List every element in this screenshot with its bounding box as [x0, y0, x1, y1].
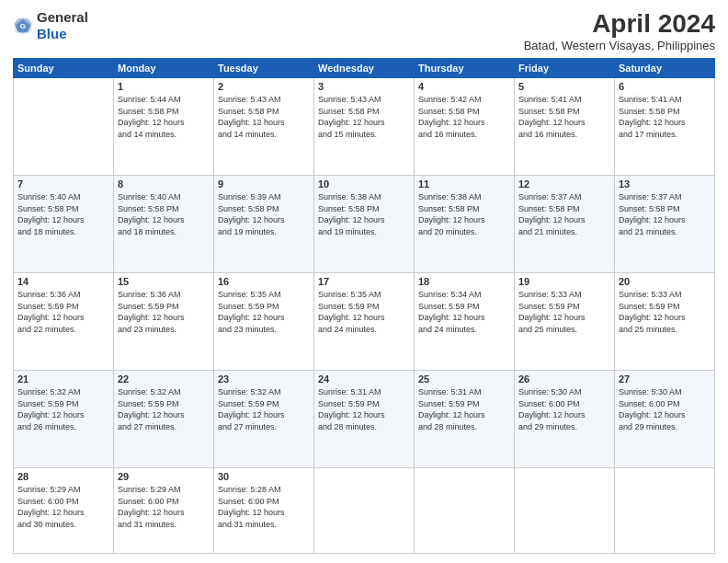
day-number: 19	[518, 276, 610, 287]
logo: G General Blue	[13, 9, 88, 42]
table-row: 8Sunrise: 5:40 AM Sunset: 5:58 PM Daylig…	[114, 175, 214, 272]
day-number: 3	[318, 81, 410, 92]
table-row: 16Sunrise: 5:35 AM Sunset: 5:59 PM Dayli…	[214, 272, 314, 370]
calendar-week-row: 1Sunrise: 5:44 AM Sunset: 5:58 PM Daylig…	[14, 78, 715, 176]
day-info: Sunrise: 5:41 AM Sunset: 5:58 PM Dayligh…	[518, 94, 610, 140]
day-number: 10	[318, 178, 410, 190]
col-tuesday: Tuesday	[214, 59, 314, 78]
day-number: 28	[17, 471, 109, 482]
day-info: Sunrise: 5:32 AM Sunset: 5:59 PM Dayligh…	[118, 386, 210, 432]
day-number: 25	[418, 373, 510, 385]
table-row: 5Sunrise: 5:41 AM Sunset: 5:58 PM Daylig…	[515, 78, 615, 176]
table-row: 20Sunrise: 5:33 AM Sunset: 5:59 PM Dayli…	[615, 272, 715, 370]
day-number: 2	[218, 81, 310, 92]
col-saturday: Saturday	[615, 59, 715, 78]
table-row: 9Sunrise: 5:39 AM Sunset: 5:58 PM Daylig…	[214, 175, 314, 272]
day-info: Sunrise: 5:31 AM Sunset: 5:59 PM Dayligh…	[318, 386, 410, 432]
day-number: 13	[619, 178, 711, 190]
day-number: 16	[218, 276, 310, 287]
day-info: Sunrise: 5:41 AM Sunset: 5:58 PM Dayligh…	[619, 94, 711, 140]
col-monday: Monday	[114, 59, 214, 78]
month-year: April 2024	[524, 9, 715, 39]
table-row: 15Sunrise: 5:36 AM Sunset: 5:59 PM Dayli…	[114, 272, 214, 370]
day-info: Sunrise: 5:33 AM Sunset: 5:59 PM Dayligh…	[518, 289, 610, 335]
calendar-week-row: 7Sunrise: 5:40 AM Sunset: 5:58 PM Daylig…	[14, 175, 715, 272]
day-number: 15	[118, 276, 210, 287]
logo-text: General Blue	[37, 9, 88, 42]
col-wednesday: Wednesday	[314, 59, 415, 78]
day-info: Sunrise: 5:33 AM Sunset: 5:59 PM Dayligh…	[619, 289, 711, 335]
calendar-week-row: 28Sunrise: 5:29 AM Sunset: 6:00 PM Dayli…	[14, 467, 715, 553]
table-row	[314, 467, 415, 553]
day-info: Sunrise: 5:40 AM Sunset: 5:58 PM Dayligh…	[17, 191, 109, 237]
day-info: Sunrise: 5:36 AM Sunset: 5:59 PM Dayligh…	[17, 289, 109, 335]
day-info: Sunrise: 5:36 AM Sunset: 5:59 PM Dayligh…	[118, 289, 210, 335]
day-info: Sunrise: 5:32 AM Sunset: 5:59 PM Dayligh…	[218, 386, 310, 432]
day-info: Sunrise: 5:40 AM Sunset: 5:58 PM Dayligh…	[118, 191, 210, 237]
day-number: 23	[218, 373, 310, 385]
day-info: Sunrise: 5:35 AM Sunset: 5:59 PM Dayligh…	[218, 289, 310, 335]
col-friday: Friday	[515, 59, 615, 78]
day-number: 27	[619, 373, 711, 385]
table-row: 28Sunrise: 5:29 AM Sunset: 6:00 PM Dayli…	[14, 467, 114, 553]
day-info: Sunrise: 5:31 AM Sunset: 5:59 PM Dayligh…	[418, 386, 510, 432]
table-row: 21Sunrise: 5:32 AM Sunset: 5:59 PM Dayli…	[14, 370, 114, 467]
day-info: Sunrise: 5:38 AM Sunset: 5:58 PM Dayligh…	[318, 191, 410, 237]
calendar-week-row: 21Sunrise: 5:32 AM Sunset: 5:59 PM Dayli…	[14, 370, 715, 467]
day-info: Sunrise: 5:28 AM Sunset: 6:00 PM Dayligh…	[218, 484, 310, 530]
calendar-header-row: Sunday Monday Tuesday Wednesday Thursday…	[14, 59, 715, 78]
table-row: 26Sunrise: 5:30 AM Sunset: 6:00 PM Dayli…	[515, 370, 615, 467]
day-number: 11	[418, 178, 510, 190]
day-number: 29	[118, 471, 210, 482]
day-number: 14	[17, 276, 109, 287]
table-row: 2Sunrise: 5:43 AM Sunset: 5:58 PM Daylig…	[214, 78, 314, 176]
day-number: 30	[218, 471, 310, 482]
day-number: 22	[118, 373, 210, 385]
table-row	[415, 467, 515, 553]
day-info: Sunrise: 5:29 AM Sunset: 6:00 PM Dayligh…	[17, 484, 109, 530]
logo-general: General	[37, 9, 88, 25]
day-number: 24	[318, 373, 410, 385]
table-row: 3Sunrise: 5:43 AM Sunset: 5:58 PM Daylig…	[314, 78, 415, 176]
day-info: Sunrise: 5:44 AM Sunset: 5:58 PM Dayligh…	[118, 94, 210, 140]
header: G General Blue April 2024 Batad, Western…	[13, 9, 715, 52]
day-number: 21	[17, 373, 109, 385]
table-row: 17Sunrise: 5:35 AM Sunset: 5:59 PM Dayli…	[314, 272, 415, 370]
table-row: 23Sunrise: 5:32 AM Sunset: 5:59 PM Dayli…	[214, 370, 314, 467]
table-row: 30Sunrise: 5:28 AM Sunset: 6:00 PM Dayli…	[214, 467, 314, 553]
day-info: Sunrise: 5:39 AM Sunset: 5:58 PM Dayligh…	[218, 191, 310, 237]
day-info: Sunrise: 5:32 AM Sunset: 5:59 PM Dayligh…	[17, 386, 109, 432]
day-info: Sunrise: 5:38 AM Sunset: 5:58 PM Dayligh…	[418, 191, 510, 237]
table-row: 6Sunrise: 5:41 AM Sunset: 5:58 PM Daylig…	[615, 78, 715, 176]
table-row: 7Sunrise: 5:40 AM Sunset: 5:58 PM Daylig…	[14, 175, 114, 272]
table-row: 14Sunrise: 5:36 AM Sunset: 5:59 PM Dayli…	[14, 272, 114, 370]
day-info: Sunrise: 5:42 AM Sunset: 5:58 PM Dayligh…	[418, 94, 510, 140]
day-number: 26	[518, 373, 610, 385]
day-number: 8	[118, 178, 210, 190]
table-row: 29Sunrise: 5:29 AM Sunset: 6:00 PM Dayli…	[114, 467, 214, 553]
day-info: Sunrise: 5:37 AM Sunset: 5:58 PM Dayligh…	[518, 191, 610, 237]
table-row: 4Sunrise: 5:42 AM Sunset: 5:58 PM Daylig…	[415, 78, 515, 176]
day-info: Sunrise: 5:29 AM Sunset: 6:00 PM Dayligh…	[118, 484, 210, 530]
page: G General Blue April 2024 Batad, Western…	[0, 0, 728, 563]
table-row: 22Sunrise: 5:32 AM Sunset: 5:59 PM Dayli…	[114, 370, 214, 467]
day-number: 12	[518, 178, 610, 190]
table-row	[14, 78, 114, 176]
day-info: Sunrise: 5:35 AM Sunset: 5:59 PM Dayligh…	[318, 289, 410, 335]
day-info: Sunrise: 5:43 AM Sunset: 5:58 PM Dayligh…	[218, 94, 310, 140]
table-row: 24Sunrise: 5:31 AM Sunset: 5:59 PM Dayli…	[314, 370, 415, 467]
day-info: Sunrise: 5:37 AM Sunset: 5:58 PM Dayligh…	[619, 191, 711, 237]
day-number: 4	[418, 81, 510, 92]
svg-text:G: G	[20, 22, 26, 30]
table-row: 13Sunrise: 5:37 AM Sunset: 5:58 PM Dayli…	[615, 175, 715, 272]
table-row	[615, 467, 715, 553]
table-row: 18Sunrise: 5:34 AM Sunset: 5:59 PM Dayli…	[415, 272, 515, 370]
table-row: 12Sunrise: 5:37 AM Sunset: 5:58 PM Dayli…	[515, 175, 615, 272]
calendar-week-row: 14Sunrise: 5:36 AM Sunset: 5:59 PM Dayli…	[14, 272, 715, 370]
col-sunday: Sunday	[14, 59, 114, 78]
location: Batad, Western Visayas, Philippines	[524, 39, 715, 52]
day-number: 20	[619, 276, 711, 287]
day-number: 18	[418, 276, 510, 287]
table-row: 11Sunrise: 5:38 AM Sunset: 5:58 PM Dayli…	[415, 175, 515, 272]
day-number: 5	[518, 81, 610, 92]
